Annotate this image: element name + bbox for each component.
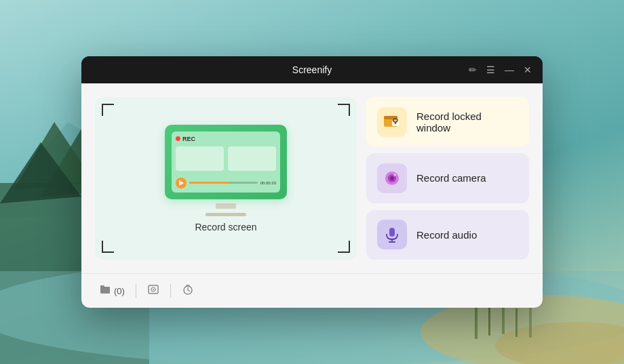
camera-icon [383, 169, 402, 188]
title-bar-controls: ✏ ☰ — ✕ [469, 65, 532, 75]
screen-content [176, 146, 276, 171]
top-row: REC [95, 97, 529, 260]
screenshot-icon [147, 283, 159, 298]
main-content: REC [81, 83, 543, 273]
svg-rect-24 [389, 228, 395, 237]
screenshot-item[interactable] [143, 281, 163, 301]
toolbar-divider-1 [136, 284, 136, 298]
progress-fill [189, 182, 230, 184]
rec-badge: REC [176, 136, 195, 142]
rec-dot [176, 136, 180, 141]
timer-svg-icon [182, 283, 194, 296]
monitor-screen: REC [172, 132, 280, 193]
svg-point-23 [393, 174, 396, 176]
bracket-tl [102, 104, 114, 116]
audio-label: Record audio [416, 229, 477, 241]
locked-window-icon-container [377, 107, 407, 137]
title-bar: Screenify ✏ ☰ — ✕ [81, 56, 543, 83]
close-icon[interactable]: ✕ [524, 65, 532, 75]
svg-line-33 [188, 290, 190, 291]
camera-icon-container [377, 163, 407, 193]
bracket-br [338, 241, 350, 253]
bracket-tr [338, 104, 350, 116]
folder-count: (0) [114, 286, 125, 296]
folder-svg-icon [99, 283, 111, 296]
record-audio-card[interactable]: Record audio [366, 210, 529, 260]
svg-point-22 [390, 176, 394, 180]
svg-marker-4 [0, 142, 81, 203]
monitor-base [206, 213, 246, 216]
minimize-icon[interactable]: — [505, 65, 514, 75]
microphone-icon [383, 225, 402, 244]
menu-icon[interactable]: ☰ [486, 65, 495, 75]
screen-block-left [176, 146, 224, 171]
right-column: Record locked window Record camera [366, 97, 529, 260]
svg-rect-13 [529, 304, 532, 338]
settings-item[interactable] [178, 281, 198, 301]
rec-label: REC [182, 136, 195, 142]
locked-window-label: Record locked window [416, 110, 518, 134]
record-screen-label: Record screen [195, 222, 256, 232]
screen-block-right [228, 146, 276, 171]
play-button [176, 178, 187, 188]
folder-icon [99, 283, 111, 298]
progress-track [189, 182, 258, 184]
camera-label: Record camera [416, 172, 486, 184]
window-title: Screenify [292, 64, 332, 75]
svg-rect-12 [515, 308, 518, 337]
audio-icon-container [377, 220, 407, 249]
folder-item[interactable]: (0) [95, 281, 129, 301]
monitor-stand [216, 203, 236, 209]
record-locked-window-card[interactable]: Record locked window [366, 97, 529, 146]
bracket-bl [102, 241, 114, 253]
progress-bar-row: 00:00:20 [176, 178, 276, 188]
screenshot-svg-icon [147, 283, 159, 296]
locked-window-icon [383, 113, 402, 132]
time-label: 00:00:20 [260, 181, 276, 185]
monitor-illustration: REC [165, 125, 287, 216]
timer-icon [182, 283, 194, 298]
play-triangle-icon [179, 180, 184, 186]
toolbar-divider-2 [170, 284, 171, 298]
monitor-body: REC [165, 125, 287, 199]
svg-point-27 [389, 240, 395, 243]
edit-icon[interactable]: ✏ [469, 65, 477, 75]
svg-rect-9 [475, 305, 477, 339]
svg-point-30 [153, 289, 154, 290]
svg-rect-19 [395, 123, 396, 125]
record-screen-card[interactable]: REC [95, 97, 357, 260]
record-camera-card[interactable]: Record camera [366, 153, 529, 203]
bottom-toolbar: (0) [81, 273, 543, 308]
app-window: Screenify ✏ ☰ — ✕ [81, 56, 543, 308]
svg-point-8 [495, 322, 624, 364]
